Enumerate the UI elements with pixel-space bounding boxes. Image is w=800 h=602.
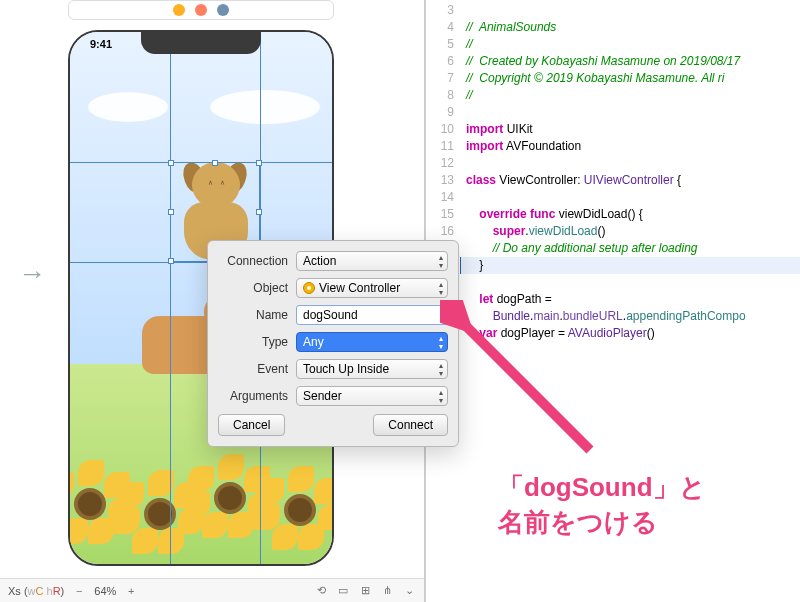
resolve-icon[interactable]: ⋔ <box>380 584 394 598</box>
connect-button[interactable]: Connect <box>373 414 448 436</box>
insertion-arrow-icon: → <box>18 258 46 290</box>
zoom-out-button[interactable]: − <box>72 584 86 598</box>
align-icon[interactable]: ▭ <box>336 584 350 598</box>
canvas-footer: Xs (wC hR) − 64% + ⟲ ▭ ⊞ ⋔ ⌄ <box>0 578 424 602</box>
connection-popover[interactable]: Connection Action▴▾ Object View Controll… <box>207 240 459 447</box>
text-caret <box>460 257 461 274</box>
zoom-in-button[interactable]: + <box>124 584 138 598</box>
sunflower-image <box>260 470 334 550</box>
alignment-guide <box>170 32 171 564</box>
zoom-value[interactable]: 64% <box>94 585 116 597</box>
arguments-select[interactable]: Sender▴▾ <box>296 386 448 406</box>
pin-icon[interactable]: ⊞ <box>358 584 372 598</box>
cancel-button[interactable]: Cancel <box>218 414 285 436</box>
name-input[interactable] <box>296 305 448 325</box>
connection-label: Connection <box>218 254 296 268</box>
constraints-update-icon[interactable]: ⟲ <box>314 584 328 598</box>
type-label: Type <box>218 335 296 349</box>
object-select[interactable]: View Controller▴▾ <box>296 278 448 298</box>
scene-dot-icon <box>173 4 185 16</box>
scene-dot-icon <box>195 4 207 16</box>
code-lines[interactable]: // AnimalSounds // // Created by Kobayas… <box>466 2 800 359</box>
object-label: Object <box>218 281 296 295</box>
device-label[interactable]: Xs (wC hR) <box>8 585 64 597</box>
arguments-label: Arguments <box>218 389 296 403</box>
device-notch <box>141 32 261 54</box>
event-select[interactable]: Touch Up Inside▴▾ <box>296 359 448 379</box>
connection-select[interactable]: Action▴▾ <box>296 251 448 271</box>
status-time: 9:41 <box>90 38 112 50</box>
code-editor[interactable]: 345 678 91011 121314 151617 181920 21 //… <box>425 0 800 602</box>
embed-icon[interactable]: ⌄ <box>402 584 416 598</box>
name-label: Name <box>218 308 296 322</box>
viewcontroller-icon <box>303 282 315 294</box>
scene-dot-icon <box>217 4 229 16</box>
scene-header[interactable] <box>68 0 334 20</box>
event-label: Event <box>218 362 296 376</box>
type-select[interactable]: Any▴▾ <box>296 332 448 352</box>
